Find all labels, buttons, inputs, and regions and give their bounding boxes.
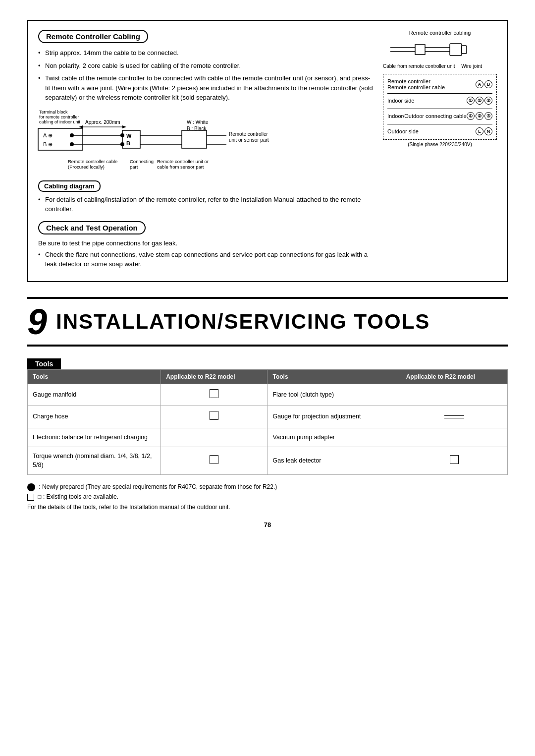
tools-table: Tools Applicable to R22 model Tools Appl…	[27, 369, 508, 475]
symbol-gauge-manifold	[161, 384, 268, 406]
right-diagram: Remote controller cabling	[383, 30, 497, 272]
footnote-1: : Newly prepared (They are special requi…	[27, 482, 508, 492]
svg-rect-40	[462, 46, 467, 54]
tool-electronic-balance: Electronic balance for refrigerant charg…	[28, 428, 161, 447]
check-test-title: Check and Test Operation	[38, 221, 146, 234]
circle-A: A	[476, 80, 483, 88]
circle-io-3: ③	[484, 112, 492, 120]
footnotes: : Newly prepared (They are special requi…	[27, 482, 508, 512]
circle-B: B	[484, 80, 492, 88]
cabling-svg: Terminal block for remote controller cab…	[38, 110, 266, 174]
checkbox-gas	[450, 455, 459, 464]
chapter-number: 9	[27, 304, 47, 340]
cable-from-rc-label: Cable from remote controller unit	[383, 63, 455, 69]
circle-L: L	[476, 127, 483, 135]
svg-text:Terminal block: Terminal block	[39, 110, 68, 115]
svg-text:cabling of indoor unit: cabling of indoor unit	[39, 119, 81, 124]
dash-gauge	[444, 415, 464, 416]
table-row: Charge hose Gauge for projection adjustm…	[28, 406, 508, 428]
circle-io-1: ①	[467, 112, 475, 120]
check-test-bullets: Check the flare nut connections, valve s…	[38, 250, 373, 269]
tool-gauge-proj: Gauge for projection adjustment	[268, 406, 401, 428]
svg-text:W: W	[126, 133, 132, 139]
indoor-circles: ① ② ③	[467, 97, 492, 105]
page: Remote Controller Cabling Strip approx. …	[0, 0, 535, 756]
th-applicable-1: Applicable to R22 model	[161, 369, 268, 384]
tool-gas-leak: Gas leak detector	[268, 447, 401, 475]
circle-N: N	[484, 127, 492, 135]
svg-text:unit or sensor part: unit or sensor part	[229, 137, 269, 143]
single-phase-label: (Single phase 220/230/240V)	[383, 142, 497, 147]
outdoor-label: Outdoor side	[387, 128, 476, 134]
circle-1: ①	[467, 97, 475, 105]
svg-text:Remote controller: Remote controller	[229, 131, 268, 137]
rc-label: Remote controller Remote controller cabl…	[387, 78, 476, 90]
left-content: Remote Controller Cabling Strip approx. …	[38, 30, 373, 272]
svg-text:Approx. 200mm: Approx. 200mm	[85, 119, 120, 125]
svg-text:Remote controller cable: Remote controller cable	[68, 159, 117, 164]
top-section: Remote Controller Cabling Strip approx. …	[27, 20, 508, 282]
th-tools-2: Tools	[268, 369, 401, 384]
tool-torque-wrench: Torque wrench (nominal diam. 1/4, 3/8, 1…	[28, 447, 161, 475]
remote-controller-bullets: Strip approx. 14mm the cable to be conne…	[38, 48, 373, 103]
symbol-vacuum	[401, 428, 507, 447]
svg-text:A ⊕: A ⊕	[43, 132, 53, 138]
table-row: Electronic balance for refrigerant charg…	[28, 428, 508, 447]
svg-rect-36	[415, 45, 425, 55]
top-content: Remote Controller Cabling Strip approx. …	[38, 30, 497, 272]
circle-3: ③	[484, 97, 492, 105]
page-number: 78	[27, 521, 508, 528]
check-test-bullet: Check the flare nut connections, valve s…	[38, 250, 373, 269]
symbol-charge-hose	[161, 406, 268, 428]
footnote-3: For the details of the tools, refer to t…	[27, 502, 508, 512]
checkbox-icon	[27, 494, 34, 501]
svg-text:W : White: W : White	[187, 119, 209, 125]
rc-cabling-label: Remote controller cabling	[383, 30, 497, 36]
table-header-row: Tools Applicable to R22 model Tools Appl…	[28, 369, 508, 384]
tool-vacuum-pump: Vacuum pump adapter	[268, 428, 401, 447]
wire-joint-label: Wire joint	[461, 63, 482, 69]
tools-section: Tools Tools Applicable to R22 model Tool…	[27, 358, 508, 513]
checkbox-charge	[210, 411, 218, 420]
dash-gauge-2	[444, 418, 464, 418]
check-test-section: Check and Test Operation Be sure to test…	[38, 221, 373, 269]
th-applicable-2: Applicable to R22 model	[401, 369, 507, 384]
indoor-label: Indoor side	[387, 98, 467, 104]
tool-flare: Flare tool (clutch type)	[268, 384, 401, 406]
th-tools-1: Tools	[28, 369, 161, 384]
rc-labels-row: Cable from remote controller unit Wire j…	[383, 63, 482, 69]
terminal-diagram: Remote controller Remote controller cabl…	[383, 74, 497, 140]
io-cable-row: Indoor/Outdoor connecting cable ① ② ③	[387, 109, 492, 120]
footnote-2: □ : Existing tools are available.	[27, 492, 508, 502]
outdoor-row: Outdoor side L N	[387, 124, 492, 135]
svg-point-14	[120, 142, 124, 146]
remote-controller-title: Remote Controller Cabling	[38, 30, 148, 43]
tool-gauge-manifold: Gauge manifold	[28, 384, 161, 406]
table-row: Gauge manifold Flare tool (clutch type)	[28, 384, 508, 406]
cabling-diagram-area: Terminal block for remote controller cab…	[38, 110, 373, 175]
io-circles: ① ② ③	[467, 112, 492, 120]
chapter-header: 9 INSTALLATION/SERVICING TOOLS	[27, 297, 508, 347]
svg-text:B ⊕: B ⊕	[43, 141, 53, 147]
tool-charge-hose: Charge hose	[28, 406, 161, 428]
circle-2: ②	[476, 97, 483, 105]
footnote-1-text: : Newly prepared (They are special requi…	[39, 483, 277, 490]
checkbox-gauge	[210, 389, 218, 398]
bullet-2: Non polarity, 2 core cable is used for c…	[38, 61, 373, 71]
footnote-2-text: □ : Existing tools are available.	[38, 493, 118, 500]
symbol-gas-leak	[401, 447, 507, 475]
symbol-electronic	[161, 428, 268, 447]
remote-controller-section: Remote Controller Cabling Strip approx. …	[38, 30, 373, 103]
check-test-text1: Be sure to test the pipe connections for…	[38, 239, 373, 247]
svg-marker-17	[122, 125, 126, 128]
checkbox-torque	[210, 455, 218, 464]
circle-io-2: ②	[476, 112, 483, 120]
svg-text:(Procured locally): (Procured locally)	[68, 164, 105, 170]
svg-point-13	[120, 133, 124, 137]
svg-rect-39	[450, 44, 462, 56]
indoor-row: Indoor side ① ② ③	[387, 93, 492, 105]
svg-marker-16	[79, 125, 83, 128]
cabling-subsection: Cabling diagram For details of cabling/i…	[38, 180, 373, 214]
symbol-gauge-proj	[401, 406, 507, 428]
tools-label: Tools	[27, 358, 61, 369]
